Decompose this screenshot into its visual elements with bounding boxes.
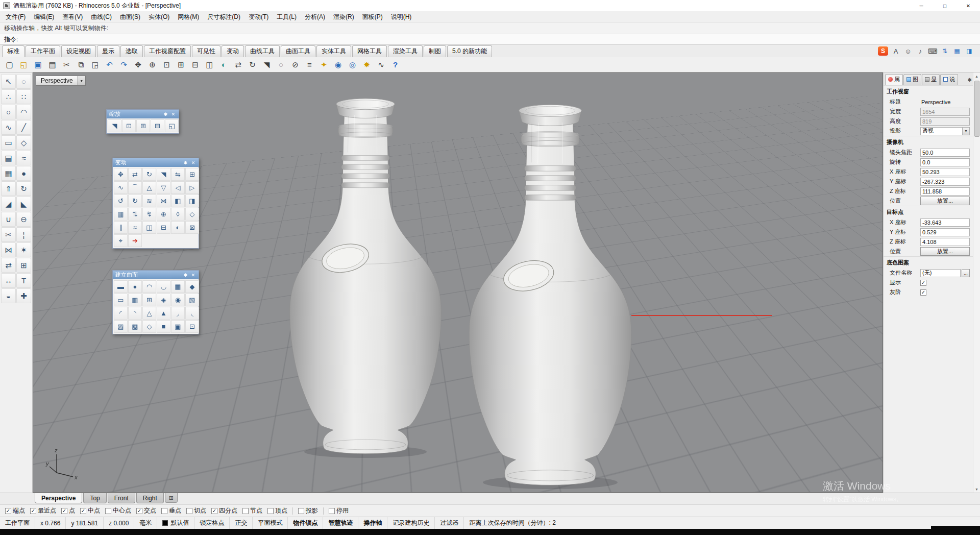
menu-dimension[interactable]: 尺寸标注(D)	[203, 11, 244, 23]
split-icon[interactable]: ¦	[16, 227, 31, 242]
checkbox[interactable]	[61, 508, 67, 514]
cplane-button[interactable]: 工作平面	[0, 517, 35, 529]
t-distribute-icon[interactable]: ≈	[128, 221, 142, 234]
panel-gear-icon[interactable]: ✱	[968, 77, 972, 85]
t-splop-icon[interactable]: ↯	[142, 208, 156, 221]
menu-curve[interactable]: 曲线(C)	[87, 11, 116, 23]
apply-arrow-icon[interactable]: ➔	[128, 234, 142, 247]
t-pull-icon[interactable]: ◨	[185, 194, 199, 207]
minimize-button[interactable]: ─	[910, 0, 933, 11]
vtab-right[interactable]: Right	[136, 493, 164, 503]
tab-transform[interactable]: 变动	[222, 45, 244, 57]
panel-tab-layers[interactable]: 图	[903, 74, 921, 85]
properties-icon[interactable]: ✦	[317, 58, 331, 71]
srf-connect-icon[interactable]: ◇	[142, 320, 156, 333]
osnap-perpendicular[interactable]: 垂点	[161, 506, 181, 515]
palette-create-surface[interactable]: 建立曲面 ✱ ✕ ▬ ● ◠ ◡ ▦ ◆ ▭ ▥ ⊞ ◈ ◉ ▧ ◜ ◝ △ ▲	[112, 270, 199, 334]
checkbox[interactable]	[267, 508, 274, 514]
osnap-center[interactable]: 中心点	[105, 506, 131, 515]
menu-analyze[interactable]: 分析(A)	[301, 11, 329, 23]
tab-select[interactable]: 选取	[120, 45, 143, 57]
srf-rect-icon[interactable]: ▭	[114, 294, 128, 306]
gumball-icon[interactable]: ⌖	[114, 234, 128, 247]
srf-cap-icon[interactable]: ▣	[171, 320, 185, 333]
polyline-icon[interactable]: ╱	[16, 120, 31, 135]
palette-transform-titlebar[interactable]: 变动 ✱ ✕	[113, 158, 199, 167]
paste-icon[interactable]: ◲	[88, 58, 102, 71]
scroll-down-icon[interactable]: ▼	[975, 485, 978, 493]
points-grid-icon[interactable]: ∷	[16, 89, 31, 104]
annotate-icon[interactable]: ✚	[16, 288, 31, 303]
viewport-title-tab[interactable]: Perspective ▼	[36, 76, 86, 86]
toggle-grid-snap[interactable]: 锁定格点	[194, 517, 230, 529]
camera-rotation-field[interactable]: 0.0	[922, 159, 968, 165]
osnap-near[interactable]: 最近点	[30, 506, 56, 515]
target-x-field[interactable]: -33.643	[922, 220, 968, 226]
srf-sweep1-icon[interactable]: ◜	[114, 307, 128, 320]
t-blend-icon[interactable]: ⋈	[157, 194, 170, 207]
tab-drafting[interactable]: 制图	[424, 45, 446, 57]
srf-plane-icon[interactable]: ▬	[114, 280, 128, 293]
shaded-view-icon[interactable]: ◐	[217, 58, 231, 71]
checkbox[interactable]	[80, 508, 86, 514]
menu-transform[interactable]: 变动(T)	[244, 11, 273, 23]
scale-2d-icon[interactable]: ⊡	[122, 119, 136, 132]
maximize-button[interactable]: □	[933, 0, 957, 11]
cut-icon[interactable]: ✂	[60, 58, 74, 71]
t-maelstrom-icon[interactable]: ◊	[171, 208, 185, 221]
menu-panels[interactable]: 面板(P)	[358, 11, 387, 23]
t-twist-icon[interactable]: ↺	[114, 194, 128, 207]
srf-edge-icon[interactable]: ◠	[142, 280, 156, 293]
emoji-icon[interactable]: ☺	[903, 46, 913, 56]
tab-set-view[interactable]: 设定视图	[61, 45, 96, 57]
sphere-icon[interactable]: ●	[16, 166, 31, 181]
checkbox[interactable]	[329, 508, 335, 514]
srf-patch-icon[interactable]: △	[142, 307, 156, 320]
target-place-button[interactable]: 放置...	[920, 247, 970, 256]
bottle-right[interactable]	[469, 105, 631, 485]
viewport-menu-arrow-icon[interactable]: ▼	[78, 76, 86, 86]
t-cageedit-icon[interactable]: ⊠	[185, 221, 199, 234]
box-icon[interactable]: ▦	[1, 166, 16, 181]
srf-revolve-icon[interactable]: ◉	[171, 294, 185, 306]
layer-pane[interactable]: 默认值	[157, 517, 194, 529]
boolean-union-icon[interactable]: ∪	[1, 212, 16, 227]
t-orient-icon[interactable]: ◁	[171, 181, 185, 194]
tab-mesh-tools[interactable]: 网格工具	[352, 45, 387, 57]
t-mirror-icon[interactable]: ⇋	[171, 168, 185, 181]
save-icon[interactable]: ▣	[31, 58, 45, 71]
tray-arrows-icon[interactable]: ⇅	[940, 46, 949, 56]
osnap-knot[interactable]: 节点	[242, 506, 262, 515]
lasso-icon[interactable]: ◌	[16, 74, 31, 89]
palette-scale[interactable]: 缩放 ✱ ✕ ◥ ⊡ ⊞ ⊟ ◱	[106, 109, 179, 134]
scale-plane-icon[interactable]: ◱	[165, 119, 179, 132]
osnap-end[interactable]: 端点	[5, 506, 25, 515]
voice-input-icon[interactable]: ♪	[916, 46, 925, 56]
srf-loft-icon[interactable]: ◈	[157, 294, 170, 306]
toggle-ortho[interactable]: 正交	[230, 517, 253, 529]
t-align-icon[interactable]: ∥	[114, 221, 128, 234]
t-smooth-icon[interactable]: ≋	[142, 194, 156, 207]
font-mode-icon[interactable]: A	[891, 46, 900, 56]
toggle-history[interactable]: 记录建构历史	[387, 517, 435, 529]
osnap-disable[interactable]: 停用	[329, 506, 349, 515]
tab-viewport-layout[interactable]: 工作视窗配置	[144, 45, 191, 57]
scale-nonuniform-icon[interactable]: ⊟	[151, 119, 164, 132]
t-stretch-icon[interactable]: ◇	[185, 208, 199, 221]
toggle-planar[interactable]: 平面模式	[253, 517, 288, 529]
toggle-filter[interactable]: 过滤器	[435, 517, 464, 529]
panel-tab-properties[interactable]: 属	[885, 74, 903, 85]
t-project-icon[interactable]: ◧	[171, 194, 185, 207]
srf-grid-icon[interactable]: ▦	[171, 280, 185, 293]
camera-x-field[interactable]: 50.293	[922, 169, 968, 175]
copy-icon[interactable]: ⧉	[74, 58, 88, 71]
render-icon[interactable]: ◉	[331, 58, 345, 71]
camera-y-field[interactable]: -267.323	[922, 179, 968, 185]
command-input[interactable]: 指令:	[0, 34, 980, 45]
osnap-project[interactable]: 投影	[298, 506, 318, 515]
t-spiral-icon[interactable]: ↻	[128, 194, 142, 207]
srf-offset-icon[interactable]: ◟	[185, 307, 199, 320]
tab-standard[interactable]: 标准	[2, 45, 24, 57]
palette-close-icon[interactable]: ✕	[190, 160, 196, 165]
target-z-field[interactable]: 4.108	[922, 239, 968, 245]
